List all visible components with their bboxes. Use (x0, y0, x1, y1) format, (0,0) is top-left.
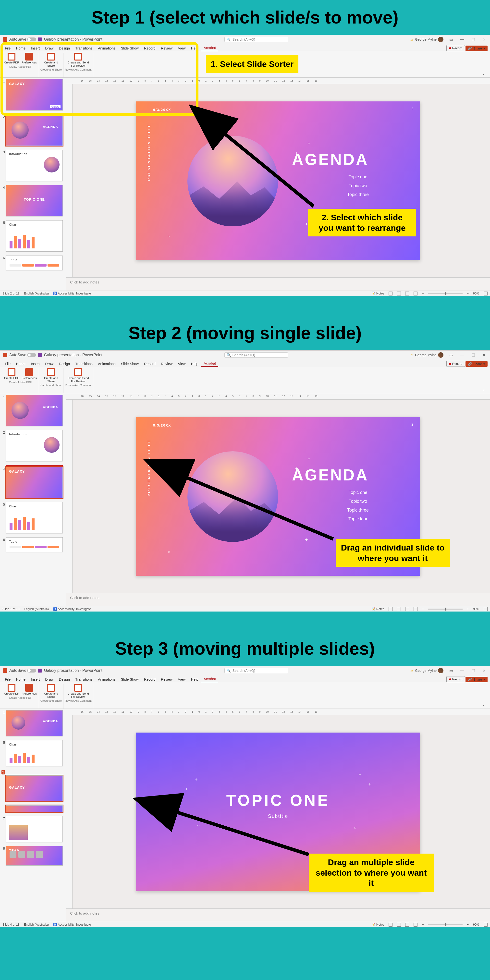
tab-record[interactable]: Record (142, 45, 158, 51)
tab-view[interactable]: View (175, 45, 188, 51)
thumb-2-intro[interactable]: Introduction (6, 430, 63, 461)
zoom-in-button[interactable]: + (467, 292, 469, 295)
view-normal-icon[interactable] (388, 607, 393, 611)
tab-design[interactable]: Design (56, 676, 72, 682)
fit-to-window-icon[interactable] (484, 291, 488, 296)
tab-draw[interactable]: Draw (43, 45, 56, 51)
tab-file[interactable]: File (2, 676, 13, 682)
tab-view[interactable]: View (175, 676, 188, 682)
thumb-5-chart[interactable]: Chart (6, 220, 63, 251)
autosave-toggle[interactable]: AutoSave (9, 668, 36, 673)
zoom-out-button[interactable]: − (422, 292, 423, 295)
thumb-3-intro[interactable]: Introduction (6, 150, 63, 181)
tab-draw[interactable]: Draw (43, 676, 56, 682)
status-notes-button[interactable]: 📝 Notes (371, 923, 384, 926)
tab-review[interactable]: Review (159, 676, 175, 682)
notes-pane[interactable]: Click to add notes (66, 908, 490, 922)
status-language[interactable]: English (Australia) (24, 607, 49, 611)
tab-file[interactable]: File (2, 45, 13, 51)
thumb-8-team[interactable]: TEAM (6, 846, 63, 865)
zoom-slider[interactable] (428, 293, 463, 294)
zoom-out-button[interactable]: − (422, 607, 423, 611)
view-reading-icon[interactable] (405, 923, 409, 927)
save-icon[interactable] (38, 353, 42, 357)
save-icon[interactable] (38, 38, 42, 41)
status-accessibility[interactable]: ♿ Accessibility: Investigate (53, 607, 91, 611)
search-box[interactable]: 🔍Search (Alt+Q) (224, 352, 288, 358)
save-icon[interactable] (38, 668, 42, 673)
thumb-drag-galaxy[interactable]: GALAXY (6, 775, 63, 802)
preferences-button[interactable]: Preferences (21, 368, 37, 380)
thumb-1-agenda[interactable]: AGENDA (6, 710, 63, 736)
toggle-off-icon[interactable] (27, 38, 36, 41)
main-slide[interactable]: 9/3/20XX 2 PRESENTATION TITLE AGENDA Top… (136, 102, 420, 260)
tab-animations[interactable]: Animations (95, 361, 118, 367)
zoom-percent[interactable]: 90% (473, 607, 479, 611)
tab-home[interactable]: Home (13, 361, 28, 367)
fit-to-window-icon[interactable] (484, 607, 488, 611)
thumb-2-agenda[interactable]: AGENDA (6, 115, 63, 146)
close-button[interactable]: ✕ (481, 353, 487, 358)
status-accessibility[interactable]: ♿ Accessibility: Investigate (53, 291, 91, 295)
thumb-7[interactable] (6, 816, 63, 842)
thumb-drag-topic[interactable] (6, 805, 63, 812)
tab-transitions[interactable]: Transitions (73, 45, 95, 51)
tab-animations[interactable]: Animations (95, 676, 118, 682)
ribbon-mode-icon[interactable]: ▭ (448, 353, 455, 358)
ribbon-mode-icon[interactable]: ▭ (448, 37, 455, 42)
thumb-6-table[interactable]: Table (6, 537, 63, 552)
create-share-button[interactable]: Create and Share (43, 368, 59, 383)
view-slideshow-icon[interactable] (414, 607, 417, 611)
create-share-button[interactable]: Create and Share (43, 684, 59, 698)
tab-home[interactable]: Home (13, 676, 28, 682)
tab-slideshow[interactable]: Slide Show (118, 45, 141, 51)
tab-review[interactable]: Review (159, 361, 175, 367)
thumb-5-chart[interactable]: Chart (6, 740, 63, 766)
tab-insert[interactable]: Insert (29, 45, 42, 51)
record-button[interactable]: Record (446, 361, 465, 367)
share-button[interactable]: 🔗Share▾ (466, 677, 488, 682)
zoom-slider[interactable] (428, 924, 463, 925)
thumb-1-agenda[interactable]: AGENDA (6, 395, 63, 426)
zoom-out-button[interactable]: − (422, 923, 423, 926)
tab-help[interactable]: Help (188, 361, 200, 367)
slide-stage[interactable]: 9/3/20XX 2 PRESENTATION TITLE AGENDA Top… (66, 84, 490, 277)
record-button[interactable]: Record (446, 676, 465, 682)
status-language[interactable]: English (Australia) (24, 292, 49, 295)
maximize-button[interactable]: ☐ (470, 668, 477, 673)
search-box[interactable]: 🔍Search (Alt+Q) (224, 668, 288, 673)
user-account[interactable]: ⚠George Mylne (410, 668, 444, 673)
tab-acrobat[interactable]: Acrobat (201, 676, 218, 682)
maximize-button[interactable]: ☐ (470, 353, 477, 358)
zoom-in-button[interactable]: + (467, 607, 469, 611)
minimize-button[interactable]: — (459, 353, 466, 357)
ribbon-mode-icon[interactable]: ▭ (448, 668, 455, 673)
toggle-off-icon[interactable] (27, 353, 36, 357)
slide-stage[interactable]: 9/3/20XX 2 PRESENTATION TITLE AGENDA Top… (66, 399, 490, 593)
thumb-1-galaxy[interactable]: GALAXYGalaxy (6, 79, 63, 110)
view-reading-icon[interactable] (405, 291, 409, 296)
tab-transitions[interactable]: Transitions (73, 361, 95, 367)
create-send-review-button[interactable]: Create and Send For Review (67, 684, 89, 698)
tab-design[interactable]: Design (56, 361, 72, 367)
create-send-review-button[interactable]: Create and Send For Review (67, 368, 89, 383)
tab-animations[interactable]: Animations (95, 45, 118, 51)
create-share-button[interactable]: Create and Share (43, 52, 59, 67)
status-notes-button[interactable]: 📝 Notes (371, 607, 384, 611)
create-pdf-button[interactable]: Create PDF (3, 684, 20, 695)
zoom-percent[interactable]: 90% (473, 292, 479, 295)
toggle-off-icon[interactable] (27, 668, 36, 673)
create-pdf-button[interactable]: Create PDF (3, 52, 20, 64)
tab-record[interactable]: Record (142, 676, 158, 682)
user-account[interactable]: ⚠ George Mylne (410, 37, 444, 42)
search-box[interactable]: 🔍 Search (Alt+Q) (224, 37, 288, 42)
autosave-toggle[interactable]: AutoSave (9, 353, 36, 357)
view-slideshow-icon[interactable] (414, 291, 417, 296)
tab-slideshow[interactable]: Slide Show (118, 676, 141, 682)
close-button[interactable]: ✕ (481, 37, 487, 42)
tab-acrobat[interactable]: Acrobat (201, 45, 218, 51)
preferences-button[interactable]: Preferences (21, 52, 37, 64)
zoom-in-button[interactable]: + (467, 923, 469, 926)
tab-help[interactable]: Help (188, 45, 200, 51)
notes-pane[interactable]: Click to add notes (66, 277, 490, 291)
